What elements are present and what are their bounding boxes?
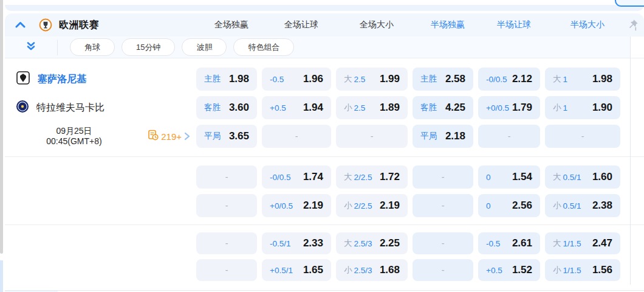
collapse-chevron-up-icon[interactable] (15, 21, 26, 29)
odds-value: 1.98 (592, 73, 612, 85)
league-header-row: 欧洲联赛 全场独赢 全场让球 全场大小 半场独赢 半场让球 半场大小 (5, 13, 644, 36)
more-markets-count: 219+ (161, 131, 182, 142)
filter-pill-special-combo[interactable]: 特色组合 (233, 38, 294, 56)
league-identity: 欧洲联赛 (5, 18, 196, 32)
odds-empty-dash: - (225, 265, 228, 275)
odds-cell[interactable]: 大0.5/11.60 (545, 165, 620, 189)
odds-cell[interactable]: -0.5/12.33 (262, 232, 331, 254)
markets-list-icon (148, 130, 159, 143)
column-header-full-overunder[interactable]: 全场大小 (341, 19, 413, 30)
odds-cell[interactable]: +0.5/11.65 (262, 259, 331, 281)
odds-cell[interactable]: 小0.5/12.38 (545, 194, 620, 217)
odds-cell[interactable]: 小2.5/31.68 (336, 259, 408, 281)
odds-value: 1.72 (380, 171, 400, 183)
away-team-row: 特拉维夫马卡比 (5, 96, 191, 119)
odds-line-prefix: 大 (344, 172, 352, 182)
odds-line-label: +0.5 (270, 103, 286, 113)
odds-line-label: -0.5 (270, 75, 284, 84)
odds-value: 1.60 (592, 171, 612, 183)
odds-line-label: -0/0.5 (486, 75, 507, 84)
scrollbar-track[interactable] (0, 260, 3, 292)
odds-line-label: 1/1.5 (563, 266, 581, 275)
market-filters-row: 角球 15分钟 波胆 特色组合 (5, 36, 630, 58)
odds-value: 2.56 (512, 200, 532, 212)
column-header-full-handicap[interactable]: 全场让球 (267, 19, 336, 30)
odds-line-label: 0 (486, 173, 491, 182)
odds-cell[interactable]: +0.51.52 (478, 259, 540, 281)
odds-value: 1.99 (380, 73, 400, 85)
odds-line-prefix: 大 (344, 74, 352, 85)
odds-cell[interactable]: 主胜1.98 (196, 68, 257, 91)
odds-line-label: 1 (563, 75, 568, 84)
more-markets-button[interactable]: 219+ (148, 130, 190, 143)
odds-cell[interactable]: 客胜3.60 (196, 96, 257, 119)
odds-value: 1.68 (380, 264, 400, 276)
odds-cell[interactable]: -0.51.96 (262, 68, 331, 91)
odds-cell-empty: - (413, 259, 473, 281)
column-header-half-handicap[interactable]: 半场让球 (483, 19, 545, 30)
odds-cell[interactable]: 大2/2.51.72 (336, 165, 408, 189)
odds-value: 1.52 (512, 264, 532, 276)
odds-cell[interactable]: 大1/1.52.47 (545, 232, 620, 254)
filter-pill-corners[interactable]: 角球 (70, 38, 115, 56)
odds-line-prefix: 大 (553, 238, 561, 249)
column-header-half-overunder[interactable]: 半场大小 (550, 19, 625, 30)
filter-pill-correct-score[interactable]: 波胆 (182, 38, 227, 56)
expand-all-control[interactable] (5, 40, 58, 55)
column-header-full-win[interactable]: 全场独赢 (201, 19, 262, 30)
odds-value: 2.18 (445, 130, 465, 142)
odds-value: 3.60 (229, 102, 249, 114)
odds-cell[interactable]: 大2.5/32.25 (336, 232, 408, 254)
odds-value: 2.19 (303, 200, 323, 212)
odds-cell[interactable]: +0/0.51.79 (478, 96, 540, 119)
odds-cell[interactable]: +0/0.52.19 (262, 194, 331, 217)
odds-empty-dash: - (508, 131, 511, 141)
column-header-half-win[interactable]: 半场独赢 (417, 19, 478, 30)
odds-line-prefix: 小 (344, 200, 352, 211)
odds-value: 1.94 (303, 102, 323, 114)
odds-cell[interactable]: 大2.51.99 (336, 68, 408, 91)
betting-panel: 欧洲联赛 全场独赢 全场让球 全场大小 半场独赢 半场让球 半场大小 (0, 0, 644, 292)
odds-empty-dash: - (442, 201, 445, 210)
odds-line-label: +0.5/1 (270, 266, 293, 275)
odds-value: 1.65 (303, 264, 323, 276)
odds-empty-dash: - (442, 172, 445, 182)
odds-cell[interactable]: 02.56 (478, 194, 540, 217)
odds-cell[interactable]: -0/0.52.12 (478, 68, 540, 91)
scrollbar-thumb[interactable] (0, 0, 3, 254)
odds-line-label: 2.5/3 (354, 266, 372, 275)
odds-cell-empty: - (413, 194, 473, 217)
previous-card-bottom-edge (5, 5, 644, 11)
odds-cell[interactable]: 小11.90 (545, 96, 620, 119)
odds-line-prefix: 大 (344, 238, 352, 249)
odds-cell[interactable]: 小2/2.52.19 (336, 194, 408, 217)
odds-value: 2.38 (592, 200, 612, 212)
odds-cell[interactable]: 平局2.18 (413, 125, 473, 148)
odds-empty-dash: - (225, 238, 228, 248)
odds-cell[interactable]: 小2.51.89 (336, 96, 408, 119)
odds-value: 2.12 (512, 73, 532, 85)
odds-line-label: 1/1.5 (563, 239, 581, 248)
odds-cell-empty: - (413, 165, 473, 189)
odds-line-label: 0.5/1 (563, 201, 581, 210)
odds-cell[interactable]: -0.52.61 (478, 232, 540, 254)
odds-line-label: 2.5 (354, 103, 366, 113)
odds-cell[interactable]: 大11.98 (545, 68, 620, 91)
odds-line-prefix: 小 (344, 265, 352, 276)
odds-value: 2.61 (512, 237, 532, 249)
odds-cell[interactable]: +0.51.94 (262, 96, 331, 119)
filter-pill-15min[interactable]: 15分钟 (122, 38, 175, 56)
odds-line-label: +0.5 (486, 266, 502, 275)
odds-cell[interactable]: 主胜2.58 (413, 68, 473, 91)
odds-line-prefix: 小 (344, 102, 352, 113)
odds-empty-dash: - (442, 238, 445, 248)
odds-cell[interactable]: 平局3.65 (196, 125, 257, 148)
pin-icon[interactable] (627, 18, 639, 34)
odds-line-label: +0/0.5 (486, 103, 509, 113)
cut-off-top-button[interactable] (615, 0, 644, 7)
odds-cell[interactable]: 客胜4.25 (413, 96, 473, 119)
odds-line-label: 0 (486, 201, 491, 210)
odds-cell[interactable]: 小1/1.51.56 (545, 259, 620, 281)
odds-cell[interactable]: -0/0.51.74 (262, 165, 331, 189)
odds-cell[interactable]: 01.54 (478, 165, 540, 189)
